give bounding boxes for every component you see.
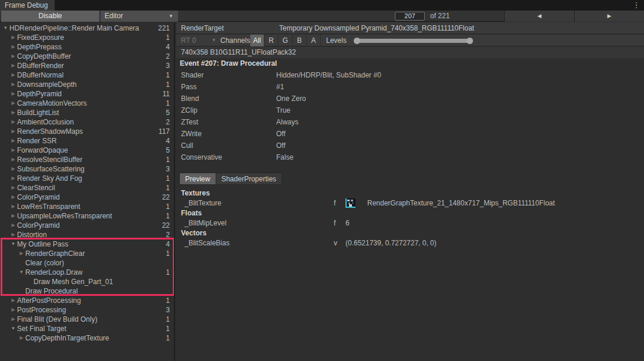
tree-item[interactable]: ▶AmbientOcclusion2 <box>0 117 174 127</box>
tree-item[interactable]: ▶ForwardOpaque5 <box>0 146 174 155</box>
channel-button-all[interactable]: All <box>250 35 264 46</box>
tree-item[interactable]: ▶SubsurfaceScattering3 <box>0 164 174 174</box>
expanded-triangle-icon[interactable]: ▼ <box>9 324 17 333</box>
collapsed-triangle-icon[interactable]: ▶ <box>9 211 17 221</box>
tree-item[interactable]: ▶Render SSR4 <box>0 136 174 146</box>
tree-item[interactable]: ▶ColorPyramid22 <box>0 221 174 230</box>
tree-item[interactable]: ▶Final Blit (Dev Build Only)1 <box>0 315 174 324</box>
tree-item-label: ColorPyramid <box>17 193 60 202</box>
tree-item[interactable]: ▶RenderGraphClear1 <box>0 249 174 258</box>
tree-item[interactable]: ▶PostProcessing3 <box>0 305 174 315</box>
tree-item[interactable]: ▶CameraMotionVectors1 <box>0 99 174 108</box>
window-tab[interactable]: Frame Debug <box>0 0 55 11</box>
next-event-button[interactable]: ▶ <box>575 11 644 22</box>
collapsed-triangle-icon[interactable]: ▶ <box>9 315 17 324</box>
collapsed-triangle-icon[interactable]: ▶ <box>9 61 17 70</box>
expanded-triangle-icon[interactable]: ▼ <box>9 239 17 249</box>
tree-item[interactable]: ▶DBufferRender3 <box>0 61 174 70</box>
tree-item[interactable]: ▶ClearStencil1 <box>0 183 174 193</box>
tree-item[interactable]: ▶CopyDepthBuffer2 <box>0 52 174 61</box>
tree-item[interactable]: ▶BuildLightList5 <box>0 108 174 117</box>
property-name: Blend <box>181 93 199 104</box>
tree-item[interactable]: ▶DownsampleDepth1 <box>0 80 174 89</box>
tree-item[interactable]: ▶AfterPostProcessing1 <box>0 296 174 305</box>
tree-item-label: Draw Mesh Gen_Part_01 <box>33 277 113 286</box>
channel-buttons: AllRGBA <box>250 35 321 46</box>
expanded-triangle-icon[interactable]: ▼ <box>18 268 25 277</box>
collapsed-triangle-icon[interactable]: ▶ <box>9 183 17 193</box>
shader-property-value: RenderGraphTexture_21_1480x717_Mips_RGB1… <box>367 198 555 208</box>
target-selection-dropdown[interactable]: Editor ▼ <box>100 11 178 22</box>
shader-properties: Textures_BlitTexturefRenderGraphTexture_… <box>176 188 644 248</box>
levels-max-handle[interactable] <box>467 38 473 44</box>
collapsed-triangle-icon[interactable]: ▶ <box>9 164 17 174</box>
frame-number-field[interactable]: 207 <box>395 12 425 21</box>
tab-preview[interactable]: Preview <box>179 173 216 185</box>
collapsed-triangle-icon[interactable]: ▶ <box>9 127 17 136</box>
tree-item[interactable]: ▶Distortion2 <box>0 230 174 239</box>
disable-button[interactable]: Disable <box>1 11 99 22</box>
kebab-menu-icon[interactable]: ⋮ <box>632 1 640 10</box>
collapsed-triangle-icon[interactable]: ▶ <box>9 136 17 146</box>
collapsed-triangle-icon[interactable]: ▶ <box>18 333 25 343</box>
collapsed-triangle-icon[interactable]: ▶ <box>9 70 17 80</box>
event-title: Event #207: Draw Procedural <box>180 58 277 69</box>
collapsed-triangle-icon[interactable]: ▶ <box>9 80 17 89</box>
tree-item[interactable]: ▶DBufferNormal1 <box>0 70 174 80</box>
collapsed-triangle-icon[interactable]: ▶ <box>9 33 17 42</box>
tree-item[interactable]: ▶ColorPyramid22 <box>0 193 174 202</box>
tree-item[interactable]: ▶Render Sky And Fog1 <box>0 174 174 183</box>
channel-button-r[interactable]: R <box>264 35 279 46</box>
tree-item[interactable]: Draw Mesh Gen_Part_01 <box>0 277 174 286</box>
render-target-label: RenderTarget <box>181 22 224 34</box>
collapsed-triangle-icon[interactable]: ▶ <box>9 99 17 108</box>
tree-item[interactable]: ▼My Outline Pass4 <box>0 239 174 249</box>
collapsed-triangle-icon[interactable]: ▶ <box>9 42 17 52</box>
channel-button-b[interactable]: B <box>293 35 307 46</box>
tree-item[interactable]: ▶DepthPrepass4 <box>0 42 174 52</box>
rt-index-dropdown[interactable]: RT 0 ▼ <box>181 35 217 46</box>
tree-item-label: DBufferRender <box>17 61 64 70</box>
collapsed-triangle-icon[interactable]: ▶ <box>9 155 17 164</box>
collapsed-triangle-icon[interactable]: ▶ <box>9 296 17 305</box>
tree-item-label: My Outline Pass <box>17 239 68 249</box>
levels-range-slider[interactable] <box>354 37 473 44</box>
tree-item[interactable]: ▶RenderShadowMaps117 <box>0 127 174 136</box>
tree-item[interactable]: ▶ResolveStencilBuffer1 <box>0 155 174 164</box>
tree-item[interactable]: ▼Set Final Target1 <box>0 324 174 333</box>
tree-item[interactable]: ▶UpsampleLowResTransparent1 <box>0 211 174 221</box>
channel-button-g[interactable]: G <box>279 35 293 46</box>
collapsed-triangle-icon[interactable]: ▶ <box>9 221 17 230</box>
tree-item-count: 1 <box>166 202 174 211</box>
collapsed-triangle-icon[interactable]: ▶ <box>9 174 17 183</box>
texture-thumbnail-icon[interactable] <box>346 198 355 208</box>
collapsed-triangle-icon[interactable]: ▶ <box>9 52 17 61</box>
collapsed-triangle-icon[interactable]: ▶ <box>18 249 25 258</box>
tree-item-label: AmbientOcclusion <box>17 117 74 127</box>
tree-item[interactable]: ▼RenderLoop.Draw1 <box>0 268 174 277</box>
tree-item[interactable]: ▶LowResTransparent1 <box>0 202 174 211</box>
levels-slider-bar[interactable] <box>357 39 470 43</box>
tree-item[interactable]: Clear (color) <box>0 258 174 268</box>
channel-button-a[interactable]: A <box>307 35 321 46</box>
tree-item-label: CopyDepthBuffer <box>17 52 71 61</box>
tree-item[interactable]: ▶FixedExposure1 <box>0 33 174 42</box>
collapsed-triangle-icon[interactable]: ▶ <box>9 117 17 127</box>
previous-event-button[interactable]: ◀ <box>505 11 574 22</box>
collapsed-triangle-icon[interactable]: ▶ <box>9 146 17 155</box>
collapsed-triangle-icon[interactable]: ▶ <box>9 230 17 239</box>
tree-item-label: Distortion <box>17 230 47 239</box>
collapsed-triangle-icon[interactable]: ▶ <box>9 108 17 117</box>
levels-min-handle[interactable] <box>354 38 360 44</box>
tree-item[interactable]: ▶CopyDepthInTargetTexture1 <box>0 333 174 343</box>
collapsed-triangle-icon[interactable]: ▶ <box>9 202 17 211</box>
collapsed-triangle-icon[interactable]: ▶ <box>9 89 17 99</box>
tree-item[interactable]: Draw Procedural <box>0 286 174 296</box>
expanded-triangle-icon[interactable]: ▼ <box>2 23 9 33</box>
tab-shaderproperties[interactable]: ShaderProperties <box>216 173 282 185</box>
tree-item[interactable]: ▶DepthPyramid11 <box>0 89 174 99</box>
collapsed-triangle-icon[interactable]: ▶ <box>9 193 17 202</box>
event-tree-panel: ▼HDRenderPipeline::Render Main Camera221… <box>0 22 175 361</box>
tree-item[interactable]: ▼HDRenderPipeline::Render Main Camera221 <box>0 23 174 33</box>
collapsed-triangle-icon[interactable]: ▶ <box>9 305 17 315</box>
